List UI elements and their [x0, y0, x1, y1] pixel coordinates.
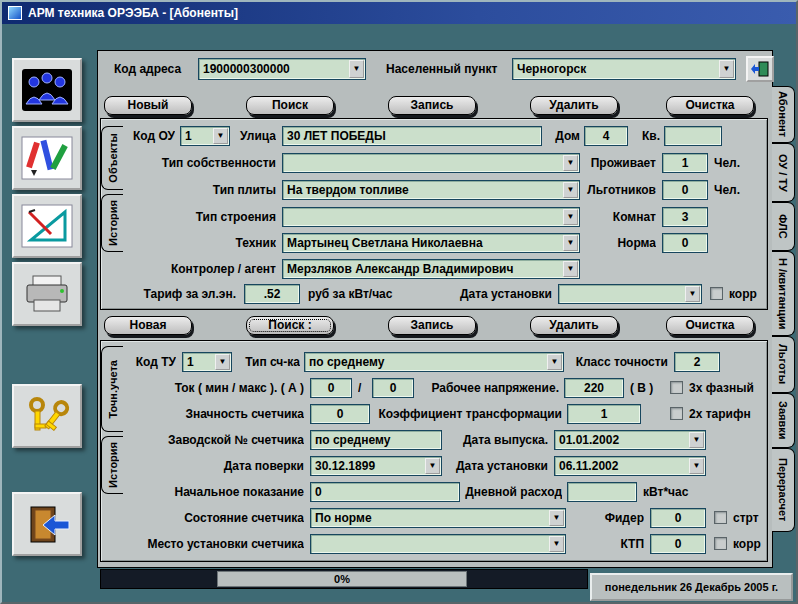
chevron-down-icon[interactable]: ▼: [685, 286, 700, 302]
voltage-field[interactable]: 220: [564, 378, 624, 398]
meter-install-date-combo[interactable]: 06.11.2002 ▼: [554, 456, 706, 476]
install-date-combo[interactable]: ▼: [558, 284, 702, 304]
initial-field[interactable]: 0: [310, 482, 460, 502]
search-button-top[interactable]: Поиск: [246, 96, 334, 115]
tab-pereraschet[interactable]: Перерасчет: [772, 448, 795, 532]
tab-ou-tu[interactable]: ОУ / ТУ: [772, 143, 795, 202]
chevron-down-icon[interactable]: ▼: [547, 354, 562, 370]
delete-button-top[interactable]: Удалить: [530, 96, 618, 115]
address-code-label: Код адреса: [114, 59, 194, 79]
door-arrow-icon: [750, 60, 770, 78]
save-button-bottom[interactable]: Запись: [388, 316, 476, 335]
people-icon: [21, 68, 73, 112]
current-separator: /: [358, 378, 368, 398]
strt-checkbox[interactable]: [714, 511, 727, 524]
place-combo[interactable]: ▼: [310, 534, 566, 554]
rooms-field[interactable]: 3: [662, 207, 708, 227]
daily-label: Дневной расход: [450, 482, 562, 502]
korr-checkbox-object[interactable]: [710, 287, 723, 300]
street-field[interactable]: 30 ЛЕТ ПОБЕДЫ: [282, 126, 542, 146]
clear-button-top[interactable]: Очистка: [666, 96, 754, 115]
phase3-checkbox[interactable]: [670, 381, 683, 394]
delete-button-bottom[interactable]: Удалить: [530, 316, 618, 335]
stove-combo[interactable]: На твердом топливе ▼: [282, 180, 580, 200]
technician-combo[interactable]: Мартынец Светлана Николаевна ▼: [282, 233, 580, 253]
tab-kvitancii[interactable]: Н /квитанции: [772, 251, 795, 336]
save-button-top[interactable]: Запись: [388, 96, 476, 115]
norm-field[interactable]: 0: [662, 233, 708, 253]
tab-abonent[interactable]: Абонент: [772, 86, 795, 143]
search-button-bottom[interactable]: Поиск :: [246, 316, 334, 335]
serial-field[interactable]: по среднему: [310, 430, 442, 450]
install-date-label: Дата установки: [450, 284, 552, 304]
tariff2-checkbox[interactable]: [670, 407, 683, 420]
sidebar-abonents-button[interactable]: [12, 58, 82, 122]
settlement-combo[interactable]: Черногорск ▼: [512, 58, 736, 80]
tab-lgoty[interactable]: Льготы: [772, 336, 795, 393]
stove-value: На твердом топливе: [287, 183, 409, 197]
house-field[interactable]: 4: [584, 126, 628, 146]
chevron-down-icon[interactable]: ▼: [213, 128, 228, 144]
voltage-unit: ( В ): [630, 378, 666, 398]
chevron-down-icon[interactable]: ▼: [549, 510, 564, 526]
accuracy-field[interactable]: 2: [674, 352, 720, 372]
address-code-combo[interactable]: 1900000300000 ▼: [198, 58, 366, 80]
residents-label: Проживает: [568, 153, 656, 173]
tariff-field[interactable]: .52: [244, 284, 300, 304]
daily-field[interactable]: [567, 482, 637, 502]
current-label: Ток ( мин / макс ). ( А ): [132, 378, 304, 398]
fider-field[interactable]: 0: [650, 508, 706, 528]
transform-field[interactable]: 1: [567, 404, 641, 424]
issue-date-combo[interactable]: 01.01.2002 ▼: [554, 430, 706, 450]
header-action-button[interactable]: [746, 56, 774, 82]
sidebar-access-button[interactable]: [12, 384, 82, 448]
tab-objects[interactable]: Объекты: [101, 126, 123, 190]
ktp-field[interactable]: 0: [650, 534, 706, 554]
tab-object-history[interactable]: История: [101, 194, 123, 252]
check-date-combo[interactable]: 30.12.1899 ▼: [310, 456, 442, 476]
clear-button-bottom[interactable]: Очистка: [666, 316, 754, 335]
ownership-combo[interactable]: ▼: [282, 153, 580, 173]
kod-ou-label: Код ОУ: [123, 126, 175, 146]
controller-combo[interactable]: Мерзляков Александр Владимирович ▼: [282, 259, 580, 279]
beneficiaries-field[interactable]: 0: [662, 180, 708, 200]
meter-type-combo[interactable]: по среднему ▼: [304, 352, 564, 372]
ownership-label: Тип собственности: [122, 153, 276, 173]
chevron-down-icon[interactable]: ▼: [689, 458, 704, 474]
new-button-top[interactable]: Новый: [104, 96, 192, 115]
sidebar-measure-button[interactable]: [12, 194, 82, 258]
accuracy-label: Класс точности: [568, 352, 668, 372]
exit-door-icon: [21, 502, 73, 546]
tab-fls[interactable]: ФЛС: [772, 202, 795, 251]
progress-bar: 0%: [217, 571, 467, 587]
sidebar-edit-button[interactable]: [12, 126, 82, 190]
tab-objects-label: Объекты: [107, 133, 119, 183]
tab-zayavki[interactable]: Заявки: [772, 393, 795, 448]
chevron-down-icon[interactable]: ▼: [689, 432, 704, 448]
chevron-down-icon[interactable]: ▼: [215, 354, 230, 370]
current-min-field[interactable]: 0: [310, 378, 352, 398]
residents-field[interactable]: 1: [662, 153, 708, 173]
kod-ou-combo[interactable]: 1 ▼: [180, 126, 230, 146]
korr-checkbox-meter[interactable]: [714, 537, 727, 550]
apt-field[interactable]: [664, 126, 722, 146]
chevron-down-icon[interactable]: ▼: [425, 458, 440, 474]
place-label: Место установки счетчика: [107, 534, 304, 554]
chevron-down-icon[interactable]: ▼: [349, 60, 364, 78]
sidebar-print-button[interactable]: [12, 262, 82, 326]
state-combo[interactable]: По норме ▼: [310, 508, 566, 528]
chevron-down-icon[interactable]: ▼: [563, 261, 578, 277]
rooms-label: Комнат: [568, 207, 656, 227]
tab-metering[interactable]: Точн.учета: [101, 346, 123, 432]
new-button-bottom[interactable]: Новая: [104, 316, 192, 335]
phase3-label: 3х фазный: [689, 378, 765, 398]
korr-label-object: корр: [729, 284, 765, 304]
sidebar-exit-button[interactable]: [12, 492, 82, 556]
kod-tu-combo[interactable]: 1 ▼: [182, 352, 232, 372]
chevron-down-icon[interactable]: ▼: [719, 60, 734, 78]
building-combo[interactable]: ▼: [282, 207, 580, 227]
current-max-field[interactable]: 0: [372, 378, 414, 398]
digits-field[interactable]: 0: [310, 404, 370, 424]
chevron-down-icon[interactable]: ▼: [549, 536, 564, 552]
settlement-label: Населенный пункт: [386, 59, 508, 79]
